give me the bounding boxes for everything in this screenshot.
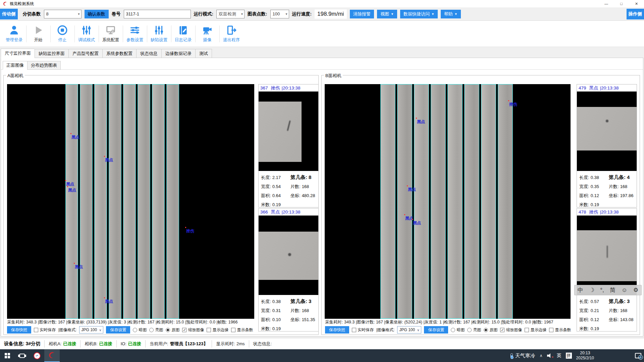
defect-stats: 长度:0.57第几条:3 宽度:0.21片数:168 面积:0.12坐标:143…	[577, 295, 637, 331]
defect-id: 479	[579, 85, 586, 90]
subtab-distribution-trend-chart[interactable]: 分布趋势图表	[27, 61, 61, 70]
scissors-icon: ✂	[33, 351, 41, 360]
camera-b-connection: 相机B:已连接	[80, 340, 116, 348]
camera-b-image[interactable]: 挫伤黑点黑点黑点黑点	[325, 84, 571, 319]
tab-defect-monitor[interactable]: 缺陷监控界面	[35, 49, 68, 58]
confirm-count-button[interactable]: 确认条数	[85, 10, 109, 18]
ime-emoji-picker[interactable]: ☺	[622, 287, 627, 293]
ime-punctuation-toggle[interactable]: °,	[600, 287, 604, 293]
fabric-strip	[109, 84, 121, 319]
start-button[interactable]: 开始	[26, 23, 50, 45]
ime-settings[interactable]: ⚙	[633, 287, 638, 293]
clock-time: 20:13	[580, 351, 590, 356]
image-format-select[interactable]: JPG 100∨	[397, 326, 421, 334]
realtime-save-checkbox[interactable]	[34, 328, 38, 332]
tab-edge-data-record[interactable]: 边缘数据记录	[161, 49, 195, 58]
stop-icon	[57, 24, 68, 36]
ime-lang-chinese[interactable]: 中	[578, 287, 583, 293]
subtab-front-image[interactable]: 正面图像	[3, 61, 27, 70]
save-snapshot-button[interactable]: 保存快照	[325, 326, 349, 334]
camera-a-image[interactable]: 黑点黑点黑点黑点挫伤黑点黑点	[7, 84, 254, 319]
ime-fullwidth-toggle[interactable]: ☽	[589, 287, 594, 293]
chart-points-select[interactable]: 100▾	[270, 10, 289, 18]
windows-logo-icon	[5, 353, 10, 358]
defect-settings-button[interactable]: 缺陷设置	[147, 23, 171, 45]
drive-side-button[interactable]: 传动侧	[0, 9, 18, 19]
help-menu-button[interactable]: 帮助▼	[441, 10, 461, 18]
taskbar-clock[interactable]: 20:132025/2/10	[576, 351, 594, 361]
dark-image-radio[interactable]	[451, 328, 455, 332]
save-snapshot-button[interactable]: 保存快照	[7, 326, 31, 334]
bright-image-radio[interactable]	[467, 328, 472, 332]
defect-entry[interactable]: 478 挫伤 |20:13:38 长度:0.57第几条:3 宽度:0.21片数:…	[577, 208, 637, 331]
exit-program-button[interactable]: 退出程序	[219, 23, 244, 45]
defect-time: |20:13:38	[600, 85, 619, 90]
defect-mark	[606, 120, 608, 122]
weather-widget[interactable]: 天气寒冷	[511, 353, 535, 359]
defect-overlay-label: 黑点	[105, 299, 113, 304]
save-settings-button[interactable]: 保存设置	[424, 326, 448, 334]
chevron-down-icon: ∨	[99, 328, 101, 332]
close-button[interactable]: ✕	[629, 0, 644, 7]
tab-test[interactable]: 测试	[195, 49, 212, 58]
defect-thumbnail	[577, 216, 637, 295]
zoom-image-checkbox[interactable]	[182, 328, 186, 332]
clock-date: 2025/2/10	[576, 356, 594, 361]
zoom-image-checkbox[interactable]	[500, 328, 504, 332]
menu-arrow-icon: ▼	[454, 12, 458, 16]
volume-muted-icon[interactable]: ✕	[547, 353, 552, 358]
original-image-radio[interactable]	[484, 328, 488, 332]
roll-number-input[interactable]	[124, 10, 191, 18]
minimize-button[interactable]: —	[599, 0, 614, 7]
snipping-tool-button[interactable]: ✂	[30, 349, 44, 362]
debug-mode-button[interactable]: 调试模式	[74, 23, 99, 45]
dark-image-radio[interactable]	[133, 328, 137, 332]
strip-count-select[interactable]: 8▾	[44, 10, 82, 18]
defect-time: |20:13:38	[600, 209, 619, 215]
show-edge-checkbox[interactable]	[525, 328, 529, 332]
ime-language-bar[interactable]: 中☽°,简☺⚙	[574, 285, 642, 295]
ime-pinyin-badge[interactable]: 拼	[566, 353, 572, 359]
taskbar-app-active[interactable]	[44, 349, 60, 362]
ime-simplified-toggle[interactable]: 简	[610, 287, 615, 293]
defect-overlay-label: 黑点	[413, 220, 421, 226]
bright-image-radio[interactable]	[149, 328, 154, 332]
system-config-button[interactable]: 系统配置	[99, 23, 123, 45]
parameter-settings-button[interactable]: 参数设置	[123, 23, 147, 45]
start-button[interactable]	[0, 349, 15, 362]
maximize-button[interactable]: □	[614, 0, 629, 7]
tray-expand-chevron[interactable]: ∧	[540, 353, 543, 358]
image-format-select[interactable]: JPG 100∨	[79, 326, 103, 334]
window-title: 视觉检测系统	[10, 1, 34, 7]
run-mode-select[interactable]: 双面检测▾	[216, 10, 245, 18]
log-record-button[interactable]: 日志记录	[171, 23, 195, 45]
defect-thumbnail	[577, 92, 637, 171]
admin-login-button[interactable]: 管理登录	[2, 23, 26, 45]
clear-alarm-button[interactable]: 清除报警	[350, 10, 374, 18]
camera-b-status-line: 采集耗时: 349.3 |图像计数: 167 |像素坐标: (5202,24) …	[325, 319, 553, 325]
fabric-strip	[123, 84, 136, 319]
original-image-radio[interactable]	[166, 328, 170, 332]
tab-status-info[interactable]: 状态信息	[136, 49, 161, 58]
show-edge-checkbox[interactable]	[207, 328, 211, 332]
defect-entry[interactable]: 479 黑点 |20:13:38 长度:0.38第几条:4 宽度:0.35片数:…	[577, 84, 637, 207]
data-quick-access-menu-button[interactable]: 数据快捷访问▼	[400, 10, 438, 18]
stop-button[interactable]: 停止	[50, 23, 74, 45]
show-strip-count-checkbox[interactable]	[549, 328, 553, 332]
action-center-icon[interactable]: 6	[635, 353, 641, 358]
capture-camera-button[interactable]: 摄像	[195, 23, 219, 45]
defect-entry[interactable]: 366 黑点 |20:13:38 长度:0.38第几条:3 宽度:0.31片数:…	[258, 208, 319, 331]
defect-mark	[288, 253, 291, 256]
tab-system-parameter-config[interactable]: 系统参数配置	[102, 49, 136, 58]
defect-entry[interactable]: 367 挫伤 |20:13:38 长度:2.17第几条:8 宽度:0.54片数:…	[258, 84, 319, 207]
defect-id: 367	[260, 85, 268, 90]
tab-size-monitor[interactable]: 尺寸监控界面	[1, 49, 35, 58]
realtime-save-checkbox[interactable]	[352, 328, 356, 332]
operator-side-button[interactable]: 操作侧	[627, 9, 644, 19]
view-menu-button[interactable]: 视图▼	[377, 10, 397, 18]
language-indicator[interactable]: 英	[557, 353, 561, 359]
tab-product-model-config[interactable]: 产品型号配置	[68, 49, 102, 58]
show-strip-count-checkbox[interactable]	[231, 328, 235, 332]
save-settings-button[interactable]: 保存设置	[106, 326, 130, 334]
task-view-button[interactable]	[15, 349, 30, 362]
